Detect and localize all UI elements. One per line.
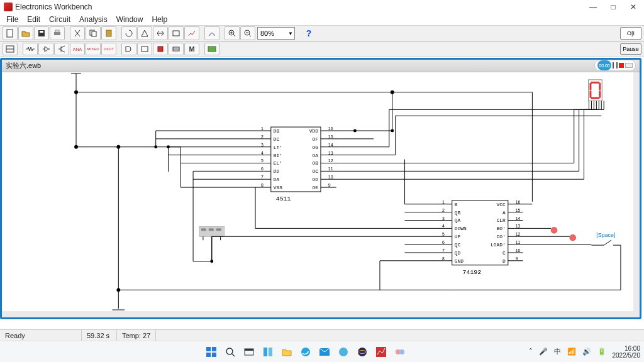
task-view-icon[interactable] xyxy=(243,346,255,358)
simulate-switch[interactable]: O|I xyxy=(620,27,641,40)
svg-text:2: 2 xyxy=(261,134,264,139)
indicators-bin[interactable] xyxy=(153,43,168,55)
sim-time-badge[interactable]: 00.00 xyxy=(597,60,611,70)
svg-text:VDD: VDD xyxy=(309,128,318,134)
instruments-bin[interactable] xyxy=(204,43,219,55)
menu-window[interactable]: Window xyxy=(113,14,147,25)
open-button[interactable] xyxy=(18,26,33,40)
eclipse-icon[interactable] xyxy=(356,346,369,358)
cut-button[interactable] xyxy=(70,26,85,40)
svg-point-136 xyxy=(391,129,394,133)
search-icon[interactable] xyxy=(224,346,236,358)
copy-button[interactable] xyxy=(86,26,101,40)
browser2-icon[interactable] xyxy=(337,346,350,358)
svg-text:LOAD': LOAD' xyxy=(491,242,506,248)
rotate-button[interactable] xyxy=(121,26,136,40)
sim-pause-icon[interactable] xyxy=(613,62,618,69)
svg-text:16: 16 xyxy=(516,200,521,204)
close-button[interactable]: ✕ xyxy=(629,3,638,11)
logic-gates-bin[interactable] xyxy=(121,43,136,55)
svg-text:GND: GND xyxy=(455,258,464,264)
new-button[interactable] xyxy=(3,26,18,40)
tray-wifi-icon[interactable]: 📶 xyxy=(567,348,576,356)
menu-help[interactable]: Help xyxy=(148,14,171,25)
menu-file[interactable]: File xyxy=(3,14,22,25)
component-props-button[interactable] xyxy=(204,26,219,40)
svg-text:6: 6 xyxy=(442,240,445,244)
maximize-button[interactable]: □ xyxy=(609,3,618,11)
svg-text:VSS: VSS xyxy=(274,185,282,190)
indicator-co xyxy=(570,234,576,241)
svg-text:QC: QC xyxy=(455,242,461,248)
misc-bin[interactable]: M xyxy=(184,43,199,55)
tray-volume-icon[interactable]: 🔊 xyxy=(582,348,591,356)
help-button[interactable]: ? xyxy=(302,27,316,40)
menu-analysis[interactable]: Analysis xyxy=(75,14,111,25)
flip-v-button[interactable] xyxy=(153,26,168,40)
controls-bin[interactable] xyxy=(169,43,184,55)
tray-battery-icon[interactable]: 🔋 xyxy=(597,348,606,356)
svg-text:[Space]: [Space] xyxy=(596,232,615,238)
widgets-icon[interactable] xyxy=(262,346,274,358)
sources-bin[interactable] xyxy=(3,43,18,55)
horizontal-scrollbar[interactable] xyxy=(2,311,633,317)
menu-circuit[interactable]: Circuit xyxy=(45,14,74,25)
svg-text:74192: 74192 xyxy=(463,269,482,276)
space-switch[interactable]: [Space] xyxy=(591,232,621,245)
save-button[interactable] xyxy=(34,26,49,40)
svg-text:DOWN: DOWN xyxy=(455,226,467,231)
svg-text:1: 1 xyxy=(261,126,264,131)
svg-rect-4 xyxy=(55,30,59,32)
tray-mic-icon[interactable]: 🎤 xyxy=(539,348,548,356)
menu-edit[interactable]: Edit xyxy=(23,14,44,25)
analog-ics-bin[interactable]: ANA xyxy=(70,43,85,55)
svg-text:OE: OE xyxy=(312,185,318,190)
basic-bin[interactable] xyxy=(23,43,38,55)
schematic-canvas[interactable]: 4511 1DB2DC3LT'4BI'5EL'6DD7DA8VSS 16VDD1… xyxy=(2,72,633,311)
print-button[interactable] xyxy=(50,26,65,40)
app2-icon[interactable] xyxy=(394,346,406,358)
explorer-icon[interactable] xyxy=(280,346,293,358)
sim-stop-icon[interactable] xyxy=(619,63,624,68)
start-icon[interactable] xyxy=(205,346,218,358)
pause-button[interactable]: Pause xyxy=(620,43,641,55)
diode-bin[interactable] xyxy=(38,43,53,55)
minimize-button[interactable]: — xyxy=(589,3,597,11)
zoom-select[interactable]: 80% ▼ xyxy=(257,27,295,40)
zoom-in-button[interactable] xyxy=(225,26,240,40)
menu-bar: File Edit Circuit Analysis Window Help xyxy=(0,14,644,25)
svg-text:15: 15 xyxy=(516,208,521,212)
subcircuit-button[interactable] xyxy=(169,26,184,40)
tray-chevron-icon[interactable]: ˄ xyxy=(529,348,533,356)
chip-74192[interactable]: 74192 1B2QB3QA4DOWN5UP6QC7QD8GND 16VCC15… xyxy=(442,200,520,276)
svg-text:A: A xyxy=(502,210,506,216)
svg-point-150 xyxy=(339,348,348,356)
svg-text:4: 4 xyxy=(442,224,445,228)
graph-button[interactable] xyxy=(184,26,199,40)
mail-icon[interactable] xyxy=(318,346,331,358)
paste-button[interactable] xyxy=(101,26,116,40)
status-temp: Temp: 27 xyxy=(117,330,156,341)
digital-bin[interactable] xyxy=(137,43,152,55)
svg-text:3: 3 xyxy=(261,143,264,147)
tray-clock[interactable]: 16:00 2022/5/20 xyxy=(613,345,641,359)
vertical-scrollbar[interactable] xyxy=(633,72,640,317)
ewb-app-icon[interactable] xyxy=(375,346,387,358)
transistor-bin[interactable] xyxy=(54,43,69,55)
svg-rect-8 xyxy=(173,31,179,36)
sim-edit-icon[interactable] xyxy=(625,63,633,68)
svg-text:OA: OA xyxy=(312,153,318,158)
tray-lang[interactable]: 中 xyxy=(554,347,561,356)
digital-ics-bin[interactable]: DIGIT xyxy=(101,43,116,55)
mixed-ics-bin[interactable]: MIXED xyxy=(86,43,101,55)
svg-point-151 xyxy=(358,348,367,356)
chip-4511[interactable]: 4511 1DB2DC3LT'4BI'5EL'6DD7DA8VSS 16VDD1… xyxy=(261,126,333,202)
svg-point-133 xyxy=(154,145,157,148)
edge-icon[interactable] xyxy=(299,346,312,358)
svg-rect-26 xyxy=(599,91,601,98)
zoom-out-button[interactable] xyxy=(240,26,255,40)
svg-rect-12 xyxy=(142,47,148,52)
svg-text:CLR: CLR xyxy=(497,217,506,223)
flip-h-button[interactable] xyxy=(137,26,152,40)
svg-rect-3 xyxy=(54,32,60,35)
